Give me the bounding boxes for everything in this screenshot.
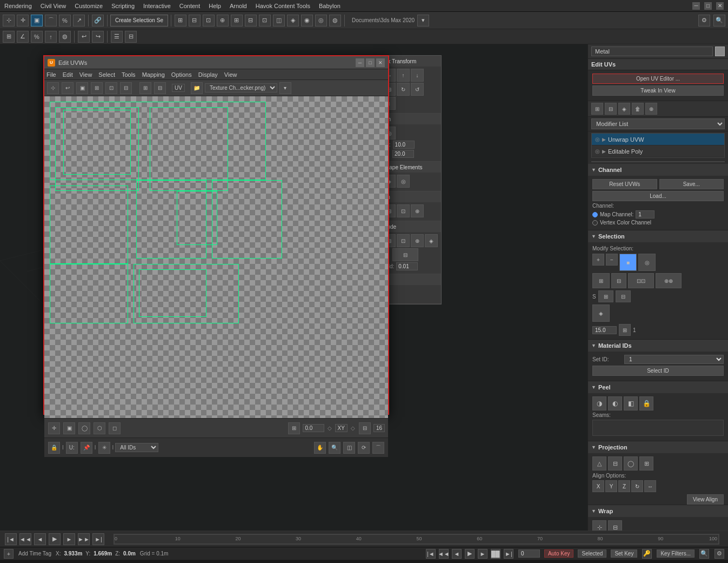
tl-play-btn[interactable]: ▶	[49, 533, 61, 545]
weld-texture-icon[interactable]: ⊟	[392, 248, 418, 261]
uv-checker2-icon[interactable]: ⊟	[154, 82, 166, 94]
uv-menu-select[interactable]: Select	[98, 71, 115, 78]
3d-viewport[interactable]: U Edit UVWs ─ □ ✕ File Edit View Select …	[0, 44, 587, 531]
filter-btn[interactable]: ⊟	[125, 31, 137, 43]
tl-next-frame2-btn[interactable]: ►	[478, 549, 487, 559]
array-btn[interactable]: ⊡	[203, 15, 215, 27]
select-tool-btn[interactable]: ⊹	[3, 15, 15, 27]
status-search-icon[interactable]: 🔍	[699, 549, 709, 559]
uv-circle-mode[interactable]: ◯	[78, 422, 90, 434]
uv-freeform-icon[interactable]: ⊡	[105, 82, 117, 94]
material-btn[interactable]: ◈	[287, 15, 299, 27]
tweak-in-view-btn[interactable]: Tweak In View	[592, 85, 724, 96]
sel-icon-s[interactable]: ⊞	[598, 290, 613, 302]
channel-header[interactable]: ▼ Channel	[588, 164, 728, 176]
stitch-icon3[interactable]: ⊡	[397, 204, 410, 217]
uv-menu-file[interactable]: File	[46, 71, 56, 78]
map-channel-num[interactable]: 1	[636, 210, 654, 218]
sel-mode2[interactable]: ⊟	[611, 273, 626, 288]
render3-btn[interactable]: ◍	[329, 15, 341, 27]
angle-snap[interactable]: ∠	[17, 31, 29, 43]
tl-prev-frame2-btn[interactable]: ◄	[452, 549, 462, 559]
menu-arnold[interactable]: Arnold	[230, 3, 247, 9]
menu-babylon[interactable]: Babylon	[319, 3, 340, 9]
uv-checker-icon[interactable]: ⊞	[139, 82, 151, 94]
selection-header[interactable]: ▼ Selection	[588, 230, 728, 242]
ungroup-btn[interactable]: ⊡	[259, 15, 271, 27]
uv-scale-icon[interactable]: ⊞	[91, 82, 103, 94]
modifier-icon1[interactable]: ⊞	[591, 103, 603, 115]
isolation-btn[interactable]: ◍	[59, 31, 71, 43]
named-sel-btn[interactable]: ☰	[111, 31, 123, 43]
close-btn[interactable]: ✕	[716, 2, 724, 10]
minimize-btn[interactable]: ─	[692, 2, 700, 10]
status-add-time-icon[interactable]: +	[4, 549, 14, 559]
uv-rotation-input[interactable]: 0.0	[303, 424, 324, 432]
arrow-btn[interactable]: ↗	[73, 15, 85, 27]
settings-btn[interactable]: ⚙	[698, 15, 710, 27]
sel-add-icon[interactable]: +	[592, 254, 604, 266]
qt-rotate-ccw[interactable]: ↺	[411, 83, 424, 96]
wrap-icon-1[interactable]: ⊹	[592, 520, 606, 531]
maximize-btn[interactable]: □	[704, 2, 712, 10]
peel-icon-1[interactable]: ◑	[592, 396, 606, 410]
browse-btn[interactable]: ▾	[417, 15, 429, 27]
sel-icon-t[interactable]: ⊟	[616, 290, 631, 302]
move-tool-btn[interactable]: ✛	[17, 15, 29, 27]
modifier-editable-poly[interactable]: ◎ ▶ Editable Poly	[592, 145, 724, 157]
tl-end-btn[interactable]: ►|	[92, 533, 104, 545]
explode-icon4[interactable]: ⊕	[411, 234, 424, 247]
uv-menu-mapping[interactable]: Mapping	[142, 71, 165, 78]
undo-btn[interactable]: ↩	[78, 31, 90, 43]
uv-zoom-icon[interactable]: 🔍	[329, 442, 340, 454]
uv-grid-icon[interactable]: ⊟	[359, 422, 371, 434]
peel-icon-4[interactable]: 🔒	[639, 396, 653, 410]
menu-havok[interactable]: Havok Content Tools	[256, 3, 310, 9]
uv-maximize-btn[interactable]: □	[366, 58, 375, 67]
auto-key-btn[interactable]: Auto Key	[544, 549, 574, 558]
align-rot-btn[interactable]: ↻	[631, 480, 643, 492]
uv-pin-icon[interactable]: 📌	[81, 442, 92, 454]
matids-header[interactable]: ▼ Material IDs	[588, 340, 728, 352]
snap-toggle[interactable]: ⊞	[3, 31, 15, 43]
menu-rendering[interactable]: Rendering	[4, 3, 32, 9]
sel-mode1[interactable]: ⊞	[592, 273, 610, 288]
align-y-btn[interactable]: Y	[605, 480, 617, 492]
create-selection-btn[interactable]: Create Selection Se	[110, 15, 168, 27]
tl-start2-btn[interactable]: |◄	[426, 549, 436, 559]
modifier-unwrap-uvw[interactable]: ◎ ▶ Unwrap UVW	[592, 134, 724, 145]
map-channel-radio[interactable]	[592, 212, 598, 217]
uv-canvas[interactable]	[44, 96, 388, 418]
uv-lasso-icon[interactable]: ⌒	[372, 442, 384, 454]
uv-menu-tools[interactable]: Tools	[122, 71, 136, 78]
uv-asterisk-icon[interactable]: ✳	[98, 442, 110, 454]
uv-move-mode[interactable]: ✛	[48, 422, 60, 434]
modifier-list-dropdown[interactable]: Modifier List	[591, 118, 725, 129]
menu-civil-view[interactable]: Civil View	[41, 3, 66, 9]
align-flip-btn[interactable]: ↔	[644, 480, 656, 492]
tl-start-btn[interactable]: |◄	[5, 533, 17, 545]
uv-lock-icon[interactable]: 🔒	[48, 442, 60, 454]
percent-snap[interactable]: %	[31, 31, 43, 43]
view-align-btn[interactable]: View Align	[687, 494, 724, 505]
peel-icon-3[interactable]: ◧	[624, 396, 638, 410]
explode-icon5[interactable]: ◈	[425, 234, 438, 247]
tl-next-btn[interactable]: ►►	[78, 533, 90, 545]
proj-cylinder-icon[interactable]: ⊟	[608, 456, 622, 471]
render2-btn[interactable]: ◎	[315, 15, 327, 27]
save-btn[interactable]: Save...	[659, 179, 724, 189]
qt-move-down[interactable]: ↓	[411, 69, 424, 82]
menu-content[interactable]: Content	[179, 3, 201, 9]
proj-flat-icon[interactable]: △	[592, 456, 606, 471]
uv-pan-icon[interactable]: ✋	[314, 442, 326, 454]
modifier-icon2[interactable]: ⊟	[605, 103, 617, 115]
open-uv-editor-btn[interactable]: Open UV Editor ...	[592, 74, 724, 84]
wrap-header[interactable]: ▼ Wrap	[588, 505, 728, 517]
peel-icon-2[interactable]: ◐	[608, 396, 622, 410]
uv-rotate-icon[interactable]: ↩	[62, 82, 74, 94]
uv-menu-edit[interactable]: Edit	[63, 71, 73, 78]
uv-menu-options[interactable]: Options	[171, 71, 192, 78]
uv-load-tex-icon[interactable]: 📁	[191, 82, 203, 94]
group-btn[interactable]: ⊟	[245, 15, 257, 27]
sel-invert-icon[interactable]: ◎	[638, 254, 656, 271]
